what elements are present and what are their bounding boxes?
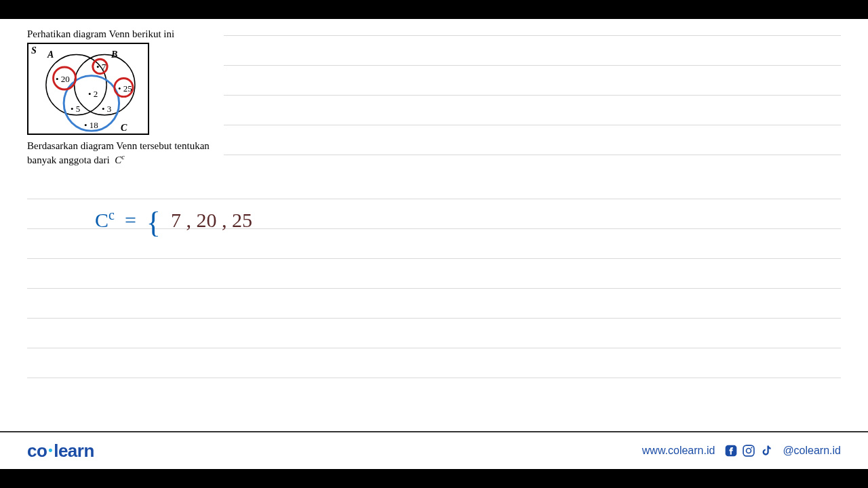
social-icons [724, 444, 773, 458]
num-5: • 5 [71, 104, 80, 115]
num-2: • 2 [88, 89, 98, 100]
footer-right: www.colearn.id @colearn.id [642, 444, 841, 458]
num-7: • 7 [96, 62, 106, 73]
label-B: B [111, 49, 117, 60]
facebook-icon [724, 444, 738, 458]
num-18: • 18 [84, 120, 98, 131]
num-3: • 3 [102, 104, 111, 115]
label-A: A [47, 49, 54, 60]
label-C: C [121, 123, 127, 134]
problem-title: Perhatikan diagram Venn berikut ini [27, 28, 244, 40]
page: Perhatikan diagram Venn berikut ini S A … [0, 19, 868, 469]
problem-text-2: banyak anggota dari Cc [27, 152, 244, 167]
logo: co•learn [27, 441, 94, 462]
footer: co•learn www.colearn.id @colearn.id [0, 431, 868, 469]
footer-handle: @colearn.id [783, 445, 841, 457]
num-20: • 20 [56, 74, 70, 85]
instagram-icon [742, 444, 755, 458]
handwritten-answer: Cc = { 7 , 20 , 25 [95, 207, 252, 232]
svg-point-8 [747, 449, 751, 453]
problem-text-1: Berdasarkan diagram Venn tersebut tentuk… [27, 139, 244, 152]
label-S: S [31, 45, 37, 56]
tiktok-icon [760, 444, 773, 458]
rule-lines-right [224, 35, 841, 184]
problem-block: Perhatikan diagram Venn berikut ini S A … [27, 28, 244, 167]
svg-point-9 [751, 447, 753, 449]
svg-rect-7 [743, 445, 754, 456]
footer-url: www.colearn.id [642, 445, 715, 457]
venn-diagram: S A B C • 20 • 7 • 25 • 2 • 5 • 3 • 18 [27, 43, 149, 135]
num-25: • 25 [118, 83, 132, 94]
